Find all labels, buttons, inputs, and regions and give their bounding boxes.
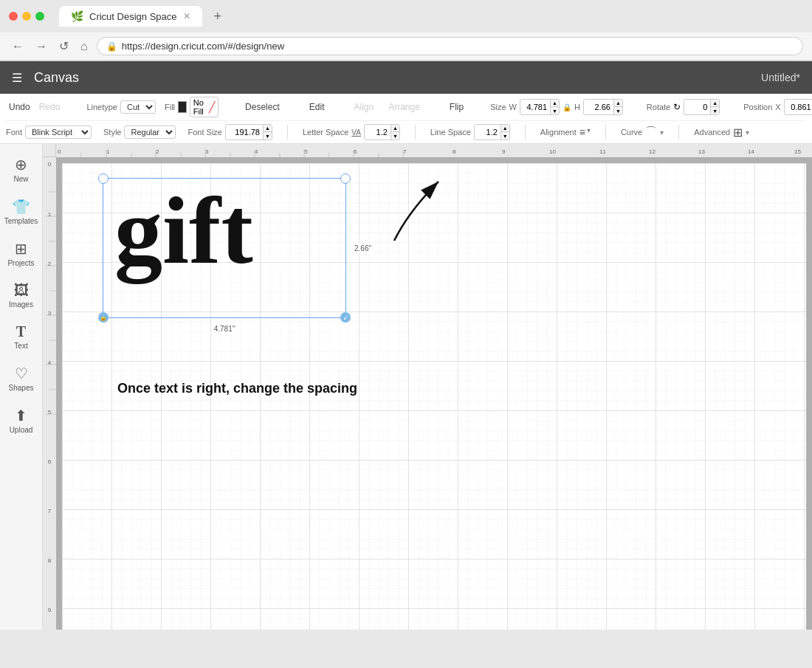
arrange-button[interactable]: Arrange	[385, 100, 423, 114]
canvas-area[interactable]: 0 1 2 3 4 5 6 7 8 9 10 11 12 13	[43, 144, 812, 630]
width-up[interactable]: ▲	[550, 100, 559, 107]
sidebar-item-projects[interactable]: ⊞ Projects	[2, 234, 41, 273]
edit-button[interactable]: Edit	[306, 100, 328, 114]
font-size-down[interactable]: ▼	[263, 132, 272, 140]
curve-icon[interactable]: ⌒	[645, 125, 657, 140]
rotate-field[interactable]	[684, 102, 710, 112]
advanced-dropdown-icon[interactable]: ▾	[746, 128, 749, 137]
rotate-up[interactable]: ▲	[710, 100, 719, 107]
position-label: Position	[743, 103, 772, 111]
sidebar-item-images[interactable]: 🖼 Images	[2, 276, 41, 314]
separator-13	[678, 125, 679, 140]
position-group: Position X ▲ ▼ Y ▲ ▼	[743, 99, 812, 115]
svg-text:5: 5	[304, 148, 308, 155]
deselect-button[interactable]: Deselect	[242, 100, 283, 114]
sidebar-item-text[interactable]: T Text	[2, 317, 41, 356]
font-size-field[interactable]	[226, 127, 263, 137]
font-size-input[interactable]: ▲ ▼	[225, 124, 272, 140]
sidebar-item-upload[interactable]: ⬆ Upload	[2, 401, 41, 440]
height-up[interactable]: ▲	[613, 100, 622, 107]
svg-text:5: 5	[48, 409, 52, 416]
letter-space-field[interactable]	[365, 127, 390, 137]
letter-space-label: Letter Space	[303, 128, 348, 137]
svg-text:6: 6	[48, 458, 52, 465]
line-space-input[interactable]: ▲ ▼	[474, 124, 510, 140]
flip-button[interactable]: Flip	[447, 100, 467, 114]
forward-button[interactable]: →	[32, 38, 50, 55]
back-button[interactable]: ←	[9, 38, 27, 55]
ruler-corner	[43, 144, 56, 157]
letter-space-input[interactable]: ▲ ▼	[364, 124, 400, 140]
svg-text:15: 15	[794, 148, 801, 155]
font-size-label: Font Size	[187, 128, 221, 137]
handle-bottom-right[interactable]: ↙	[340, 312, 351, 323]
width-down[interactable]: ▼	[550, 107, 559, 114]
height-down[interactable]: ▼	[613, 107, 622, 114]
alignment-group: Alignment ≡ ▾	[540, 126, 591, 138]
close-button[interactable]	[9, 12, 18, 21]
font-group: Font Blink Script	[6, 125, 92, 139]
svg-text:7: 7	[48, 508, 52, 514]
lock-icon: 🔒	[106, 41, 117, 52]
sidebar-item-shapes[interactable]: ♡ Shapes	[2, 359, 41, 398]
svg-text:12: 12	[649, 148, 656, 155]
linetype-select[interactable]: Cut	[120, 100, 156, 114]
new-tab-button[interactable]: +	[208, 9, 228, 24]
no-fill-button[interactable]: No Fill ╱	[190, 97, 219, 117]
undo-button[interactable]: Undo	[6, 100, 33, 114]
svg-text:14: 14	[748, 148, 754, 155]
letter-space-up[interactable]: ▲	[390, 125, 399, 132]
handle-bottom-left[interactable]: 🔒	[98, 312, 109, 323]
line-space-up[interactable]: ▲	[500, 125, 509, 132]
svg-text:4: 4	[48, 359, 52, 366]
home-button[interactable]: ⌂	[78, 38, 91, 55]
undo-redo-group: Undo Redo	[6, 100, 63, 114]
font-size-up[interactable]: ▲	[263, 125, 272, 132]
height-dimension: 2.66"	[352, 244, 374, 253]
style-select[interactable]: Regular	[124, 125, 176, 139]
align-button[interactable]: Align	[351, 100, 376, 114]
rotate-input[interactable]: ▲ ▼	[684, 99, 720, 115]
handle-top-right[interactable]	[340, 173, 351, 184]
width-field[interactable]	[520, 102, 550, 112]
curve-group: Curve ⌒ ▾	[621, 125, 664, 140]
advanced-group: Advanced ⊞ ▾	[694, 125, 749, 140]
sidebar-item-templates[interactable]: 👕 Templates	[2, 192, 41, 231]
height-input[interactable]: ▲ ▼	[583, 99, 623, 115]
rotate-down[interactable]: ▼	[710, 107, 719, 114]
height-field[interactable]	[584, 102, 613, 112]
lock-icon-size[interactable]: 🔒	[562, 103, 571, 111]
align-dropdown-icon[interactable]: ▾	[587, 126, 591, 138]
sidebar-label-new: New	[13, 175, 28, 183]
browser-tab[interactable]: 🌿 Cricut Design Space ✕	[59, 6, 202, 27]
font-label: Font	[6, 128, 22, 137]
tab-close-button[interactable]: ✕	[183, 11, 190, 21]
letter-space-down[interactable]: ▼	[390, 132, 399, 140]
refresh-button[interactable]: ↺	[56, 38, 72, 55]
curve-dropdown-icon[interactable]: ▾	[660, 128, 664, 137]
position-x-input[interactable]: ▲ ▼	[784, 99, 812, 115]
maximize-button[interactable]	[35, 12, 44, 21]
selected-text-element[interactable]: 🔒 ↙ gift 4.781" 2.66"	[103, 178, 346, 318]
width-dimension: 4.781"	[212, 324, 238, 334]
redo-button[interactable]: Redo	[36, 100, 63, 114]
position-x-field[interactable]	[785, 102, 812, 112]
hamburger-icon[interactable]: ☰	[12, 71, 22, 85]
line-space-down[interactable]: ▼	[500, 132, 509, 140]
svg-text:3: 3	[48, 310, 52, 317]
handle-top-left[interactable]	[98, 173, 109, 184]
browser-nav: ← → ↺ ⌂ 🔒 https://design.cricut.com/#/de…	[0, 32, 812, 61]
advanced-icon[interactable]: ⊞	[733, 125, 743, 140]
color-swatch[interactable]	[178, 101, 187, 113]
line-space-field[interactable]	[475, 127, 500, 137]
address-bar[interactable]: 🔒 https://design.cricut.com/#/design/new	[97, 37, 803, 55]
width-input[interactable]: ▲ ▼	[520, 99, 560, 115]
align-left-icon[interactable]: ≡	[579, 126, 585, 138]
font-select[interactable]: Blink Script	[25, 125, 92, 139]
fill-label: Fill	[165, 103, 175, 111]
minimize-button[interactable]	[22, 12, 31, 21]
shapes-icon: ♡	[15, 365, 28, 382]
sidebar-item-new[interactable]: ⊕ New	[2, 150, 41, 189]
templates-icon: 👕	[12, 198, 30, 216]
tab-favicon: 🌿	[71, 10, 83, 22]
